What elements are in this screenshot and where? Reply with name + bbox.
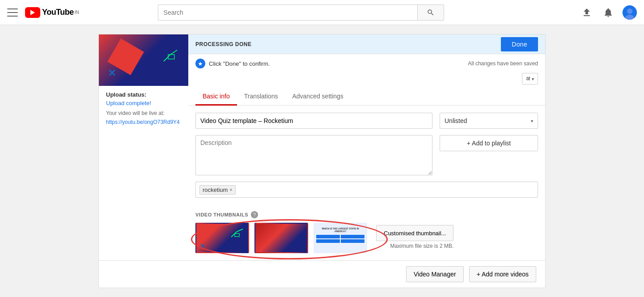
search-bar xyxy=(158,4,444,21)
lang-row: अ ▾ xyxy=(188,71,545,88)
confirm-text: Click "Done" to confirm. xyxy=(209,60,270,67)
search-icon xyxy=(427,8,435,17)
notifications-icon[interactable] xyxy=(601,5,615,20)
right-form: PROCESSING DONE Done ★ Click "Done" to c… xyxy=(188,34,545,260)
tags-input-area[interactable]: rocketium × xyxy=(195,182,538,198)
left-sidebar: Upload status: Upload complete! Your vid… xyxy=(99,34,188,260)
upload-icon[interactable] xyxy=(580,5,594,20)
thumbnails-help-icon[interactable]: ? xyxy=(251,211,258,218)
svg-rect-4 xyxy=(235,233,239,237)
tags-row: rocketium × xyxy=(195,182,538,198)
upload-complete-text: Upload complete! xyxy=(106,100,181,106)
confirm-row: ★ Click "Done" to confirm. All changes h… xyxy=(188,54,545,71)
done-button[interactable]: Done xyxy=(501,37,538,51)
title-visibility-row: Unlisted ▾ xyxy=(195,113,538,129)
youtube-logo[interactable]: YouTube IN xyxy=(25,7,79,18)
lang-dropdown-arrow: ▾ xyxy=(532,76,534,81)
thumbnail-actions: Customised thumbnail... Maximum file siz… xyxy=(376,225,453,251)
tab-translations[interactable]: Translations xyxy=(237,88,285,106)
processing-bar: PROCESSING DONE Done xyxy=(188,34,545,54)
search-input[interactable] xyxy=(158,4,417,21)
country-code: IN xyxy=(75,10,79,15)
top-navigation: YouTube IN xyxy=(0,0,644,25)
panel-footer: Video Manager + Add more videos xyxy=(99,260,545,288)
thumbnail-1[interactable] xyxy=(195,223,249,253)
visibility-value: Unlisted xyxy=(445,117,467,124)
upload-info: Upload status: Upload complete! Your vid… xyxy=(99,86,188,131)
thumbnails-label: VIDEO THUMBNAILS xyxy=(195,212,248,217)
video-preview-thumbnail xyxy=(99,34,188,86)
tags-input[interactable] xyxy=(238,187,314,193)
thumbnails-label-row: VIDEO THUMBNAILS ? xyxy=(195,211,538,218)
svg-point-1 xyxy=(627,8,632,14)
saved-text: All changes have been saved xyxy=(468,60,538,67)
page-content: Upload status: Upload complete! Your vid… xyxy=(0,25,644,297)
thumbnail-3[interactable]: WHICH IS THE LARGEST STATE IN AMERICA? xyxy=(314,223,367,253)
search-button[interactable] xyxy=(417,4,444,21)
upload-status-label: Upload status: xyxy=(106,91,181,98)
add-to-playlist-button[interactable]: + Add to playlist xyxy=(440,135,538,151)
tab-advanced-settings[interactable]: Advanced settings xyxy=(285,88,350,106)
visibility-arrow: ▾ xyxy=(531,119,533,123)
star-icon: ★ xyxy=(195,59,205,68)
visibility-wrapper: Unlisted ▾ xyxy=(440,113,538,129)
visibility-select[interactable]: Unlisted ▾ xyxy=(440,113,538,129)
tabs-row: Basic info Translations Advanced setting… xyxy=(188,88,545,106)
avatar[interactable] xyxy=(623,5,637,20)
tag-chip-rocketium: rocketium × xyxy=(199,185,236,195)
thumbnail-2[interactable] xyxy=(254,223,308,253)
youtube-logo-text: YouTube xyxy=(42,8,74,17)
upload-panel: Upload status: Upload complete! Your vid… xyxy=(98,34,546,288)
panel-body: Upload status: Upload complete! Your vid… xyxy=(99,34,545,260)
form-area: Unlisted ▾ + Add to playlist xyxy=(188,106,545,211)
thumbnails-section: VIDEO THUMBNAILS ? xyxy=(188,211,545,260)
tag-remove-icon[interactable]: × xyxy=(229,187,232,192)
lang-label: अ xyxy=(526,75,530,82)
description-textarea[interactable] xyxy=(195,135,432,175)
max-file-size-text: Maximum file size is 2 MB. xyxy=(390,243,453,251)
youtube-logo-icon xyxy=(25,7,40,18)
add-more-videos-button[interactable]: + Add more videos xyxy=(469,266,536,282)
video-url-link[interactable]: https://youtu.be/ongO73Rd9Y4 xyxy=(106,119,180,125)
tab-basic-info[interactable]: Basic info xyxy=(195,88,237,106)
tag-label: rocketium xyxy=(203,187,228,193)
video-live-text: Your video will be live at: xyxy=(106,110,181,116)
customise-thumbnail-button[interactable]: Customised thumbnail... xyxy=(376,225,453,241)
green-lines-decoration xyxy=(161,48,179,66)
video-title-input[interactable] xyxy=(195,113,432,129)
processing-status-text: PROCESSING DONE xyxy=(195,41,501,47)
thumbnails-row: WHICH IS THE LARGEST STATE IN AMERICA? xyxy=(195,223,538,253)
hamburger-menu[interactable] xyxy=(7,7,18,18)
confirm-left: ★ Click "Done" to confirm. xyxy=(195,59,270,68)
language-dropdown[interactable]: अ ▾ xyxy=(522,73,538,85)
desc-playlist-row: + Add to playlist xyxy=(195,135,538,175)
video-manager-button[interactable]: Video Manager xyxy=(406,266,464,282)
nav-right-icons xyxy=(580,5,637,20)
